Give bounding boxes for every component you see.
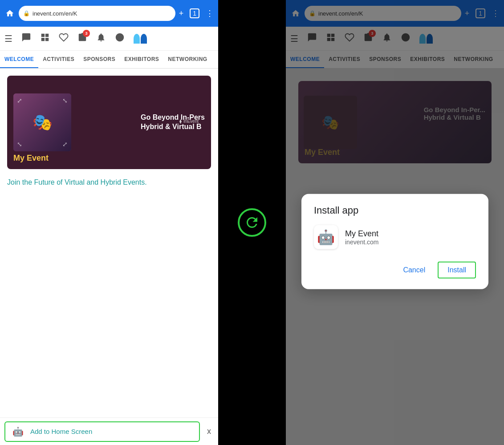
address-text: inevent.com/en/K (33, 10, 77, 17)
bottom-bar: 🤖 Add to Home Screen x (0, 417, 218, 445)
tab-activities[interactable]: ACTIVITIES (38, 51, 79, 68)
lock-icon: 🔒 (23, 10, 30, 16)
banner-event-label: My Event (13, 154, 49, 163)
event-description: Join the Future of Virtual and Hybrid Ev… (7, 177, 211, 188)
install-dialog: Install app 🤖 My Event inevent.com Cance… (301, 194, 488, 289)
menu-icon[interactable]: ⋮ (206, 8, 214, 18)
tab-welcome[interactable]: WELCOME (0, 51, 38, 68)
tab-count-icon[interactable]: 1 (190, 8, 199, 18)
banner-move-icon-tl: ⤢ (17, 97, 22, 104)
banner-move-icon-br: ⤢ (62, 141, 68, 148)
ath-label: Add to Home Screen (30, 428, 92, 435)
left-panel: 🔒 inevent.com/en/K + 1 ⋮ ☰ (0, 0, 218, 445)
dialog-app-name: My Event (345, 229, 378, 238)
clipboard-with-badge-icon[interactable]: 3 (77, 32, 87, 44)
left-content: ⤢ ⤡ ⤡ ⤢ 🎭 Go Beyond In-Pers Hybrid & Vir… (0, 69, 218, 445)
left-toolbar: ☰ 3 (0, 27, 218, 51)
chat-icon[interactable] (21, 32, 31, 44)
home-icon[interactable] (4, 8, 15, 19)
event-banner: ⤢ ⤡ ⤡ ⤢ 🎭 Go Beyond In-Pers Hybrid & Vir… (7, 76, 211, 169)
banner-logo: ⧫ InEvent (179, 119, 199, 124)
left-nav-tabs: WELCOME ACTIVITIES SPONSORS EXHIBITORS N… (0, 51, 218, 69)
banner-move-icon-bl: ⤡ (17, 141, 22, 148)
banner-text: Go Beyond In-Pers Hybrid & Virtual B ⧫ I… (141, 113, 205, 132)
add-tab-icon[interactable]: + (179, 9, 184, 18)
center-divider (218, 0, 286, 445)
install-button[interactable]: Install (438, 262, 476, 279)
banner-title-line2: Hybrid & Virtual B (141, 122, 205, 132)
heart-icon[interactable] (59, 32, 69, 44)
dialog-app-url: inevent.com (345, 238, 378, 245)
ath-app-icon: 🤖 (10, 424, 26, 440)
address-bar[interactable]: 🔒 inevent.com/en/K (19, 6, 175, 21)
tab-exhibitors[interactable]: EXHIBITORS (120, 51, 163, 68)
avatar-icon[interactable] (134, 34, 147, 44)
dialog-title: Install app (314, 205, 476, 216)
add-to-homescreen-button[interactable]: 🤖 Add to Home Screen (4, 421, 200, 442)
tab-networking[interactable]: NETWORKING (163, 51, 211, 68)
dialog-actions: Cancel Install (314, 262, 476, 279)
banner-image: ⤢ ⤡ ⤡ ⤢ 🎭 (13, 93, 71, 151)
notification-badge: 3 (83, 30, 90, 37)
tab-sponsors[interactable]: SPONSORS (79, 51, 120, 68)
hamburger-icon[interactable]: ☰ (4, 33, 12, 44)
dialog-app-info: My Event inevent.com (345, 229, 378, 245)
refresh-icon[interactable] (238, 208, 266, 237)
dialog-app-icon: 🤖 (314, 225, 338, 249)
left-browser-bar: 🔒 inevent.com/en/K + 1 ⋮ (0, 0, 218, 27)
bell-icon[interactable] (96, 32, 106, 44)
banner-logo-text: InEvent (183, 119, 199, 124)
cancel-button[interactable]: Cancel (396, 262, 432, 279)
browser-actions: + 1 ⋮ (179, 8, 214, 18)
right-panel: 🔒 inevent.com/en/K + 1 ⋮ ☰ (286, 0, 504, 445)
grid-icon[interactable] (40, 32, 50, 44)
ath-close-button[interactable]: x (204, 424, 214, 439)
banner-move-icon-tr: ⤡ (62, 97, 68, 104)
dialog-app-row: 🤖 My Event inevent.com (314, 225, 476, 249)
globe-icon[interactable] (115, 32, 125, 44)
